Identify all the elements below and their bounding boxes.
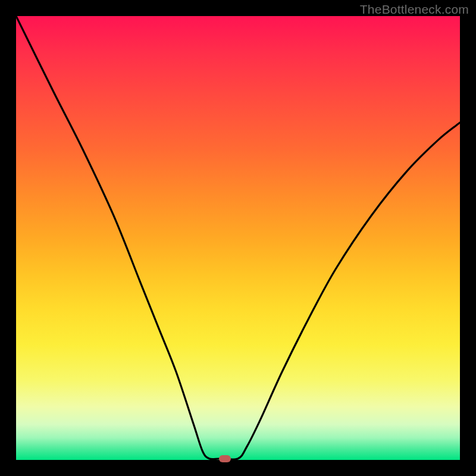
bottleneck-curve	[16, 16, 460, 460]
chart-frame: TheBottleneck.com	[0, 0, 476, 476]
optimum-marker	[219, 455, 231, 462]
watermark-label: TheBottleneck.com	[360, 2, 469, 17]
